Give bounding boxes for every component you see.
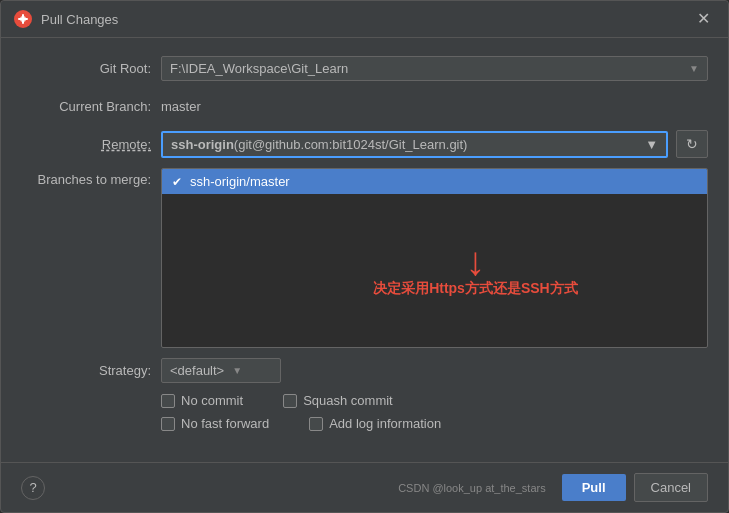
- add-log-label: Add log information: [329, 416, 441, 431]
- branches-label: Branches to merge:: [21, 168, 151, 187]
- no-commit-label: No commit: [181, 393, 243, 408]
- remote-row: Remote: ssh-origin(git@github.com:bit102…: [21, 130, 708, 158]
- checkbox-box: [161, 417, 175, 431]
- no-fast-forward-label: No fast forward: [181, 416, 269, 431]
- title-left: Pull Changes: [13, 9, 118, 29]
- checkbox-box: [283, 394, 297, 408]
- add-log-checkbox[interactable]: Add log information: [309, 416, 441, 431]
- cancel-button[interactable]: Cancel: [634, 473, 708, 502]
- git-root-value: F:\IDEA_Workspace\Git_Learn: [170, 61, 348, 76]
- dialog-title: Pull Changes: [41, 12, 118, 27]
- git-root-select[interactable]: F:\IDEA_Workspace\Git_Learn ▼: [161, 56, 708, 81]
- branches-section: Branches to merge: ✔ ssh-origin/master ↓…: [21, 168, 708, 348]
- chevron-down-icon: ▼: [232, 365, 242, 376]
- annotation-overlay: ↓ 决定采用Https方式还是SSH方式: [373, 241, 578, 298]
- checkboxes-section: No commit Squash commit No fast forward …: [161, 393, 708, 431]
- app-icon: [13, 9, 33, 29]
- no-commit-checkbox[interactable]: No commit: [161, 393, 243, 408]
- git-root-row: Git Root: F:\IDEA_Workspace\Git_Learn ▼: [21, 54, 708, 82]
- chevron-down-icon: ▼: [689, 63, 699, 74]
- help-button[interactable]: ?: [21, 476, 45, 500]
- close-button[interactable]: ✕: [691, 9, 716, 29]
- squash-commit-label: Squash commit: [303, 393, 393, 408]
- pull-button[interactable]: Pull: [562, 474, 626, 501]
- strategy-select[interactable]: <default> ▼: [161, 358, 281, 383]
- remote-normal-text: (git@github.com:bit1024st/Git_Learn.git): [234, 137, 468, 152]
- remote-controls: ssh-origin(git@github.com:bit1024st/Git_…: [161, 130, 708, 158]
- current-branch-value: master: [161, 99, 201, 114]
- annotation-text: 决定采用Https方式还是SSH方式: [373, 280, 578, 298]
- branches-list[interactable]: ✔ ssh-origin/master ↓ 决定采用Https方式还是SSH方式: [161, 168, 708, 348]
- refresh-icon: ↻: [686, 136, 698, 152]
- watermark-text: CSDN @look_up at_the_stars: [398, 482, 546, 494]
- branch-item-label: ssh-origin/master: [190, 174, 290, 189]
- remote-select[interactable]: ssh-origin(git@github.com:bit1024st/Git_…: [161, 131, 668, 158]
- remote-label: Remote:: [21, 137, 151, 152]
- current-branch-label: Current Branch:: [21, 99, 151, 114]
- no-fast-forward-checkbox[interactable]: No fast forward: [161, 416, 269, 431]
- git-root-label: Git Root:: [21, 61, 151, 76]
- current-branch-row: Current Branch: master: [21, 92, 708, 120]
- remote-bold-text: ssh-origin: [171, 137, 234, 152]
- squash-commit-checkbox[interactable]: Squash commit: [283, 393, 393, 408]
- arrow-icon: ↓: [465, 241, 485, 281]
- dialog-content: Git Root: F:\IDEA_Workspace\Git_Learn ▼ …: [1, 38, 728, 462]
- checkbox-row-1: No commit Squash commit: [161, 393, 708, 408]
- footer-right: CSDN @look_up at_the_stars Pull Cancel: [398, 473, 708, 502]
- checkbox-row-2: No fast forward Add log information: [161, 416, 708, 431]
- branch-item[interactable]: ✔ ssh-origin/master: [162, 169, 707, 194]
- dialog-footer: ? CSDN @look_up at_the_stars Pull Cancel: [1, 462, 728, 512]
- remote-display: ssh-origin(git@github.com:bit1024st/Git_…: [171, 137, 467, 152]
- checkbox-box: [161, 394, 175, 408]
- strategy-value: <default>: [170, 363, 224, 378]
- strategy-label: Strategy:: [21, 363, 151, 378]
- checkbox-box: [309, 417, 323, 431]
- checkmark-icon: ✔: [172, 175, 182, 189]
- chevron-down-icon: ▼: [645, 137, 658, 152]
- title-bar: Pull Changes ✕: [1, 1, 728, 38]
- footer-left: ?: [21, 476, 45, 500]
- svg-point-1: [20, 16, 26, 22]
- pull-changes-dialog: Pull Changes ✕ Git Root: F:\IDEA_Workspa…: [0, 0, 729, 513]
- strategy-row: Strategy: <default> ▼: [21, 358, 708, 383]
- refresh-button[interactable]: ↻: [676, 130, 708, 158]
